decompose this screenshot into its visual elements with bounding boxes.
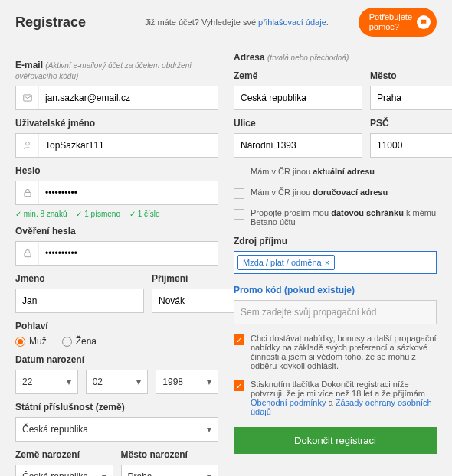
birth-city-select[interactable]: Praha▾ — [121, 465, 219, 476]
city-input[interactable] — [371, 86, 452, 109]
password-input[interactable] — [39, 181, 218, 204]
dob-year-select[interactable]: 1998▾ — [156, 370, 218, 394]
already-account-msg: Již máte účet? Vyhledejte své přihlašova… — [115, 18, 359, 27]
country-label: Země — [234, 70, 362, 81]
confirm-password-input[interactable] — [39, 242, 218, 265]
country-input[interactable] — [234, 86, 362, 109]
birth-city-label: Město narození — [121, 449, 219, 460]
dob-month-select[interactable]: 02▾ — [86, 370, 149, 394]
terms-link[interactable]: Obchodní podmínky — [251, 398, 326, 407]
zip-label: PSČ — [370, 118, 452, 129]
svg-point-1 — [25, 142, 29, 146]
terms-consent-checkbox[interactable]: ✓ Stisknutím tlačítka Dokončit registrac… — [234, 380, 437, 416]
lock-icon — [16, 242, 39, 265]
nationality-select[interactable]: Česká republika▾ — [15, 417, 218, 442]
marketing-consent-checkbox[interactable]: ✓ Chci dostávat nabídky, bonusy a další … — [234, 334, 437, 370]
caret-icon: ▾ — [136, 377, 141, 387]
submit-button[interactable]: Dokončit registraci — [234, 427, 437, 454]
gender-male-radio[interactable]: Muž — [15, 336, 47, 347]
firstname-label: Jméno — [15, 273, 144, 284]
gender-female-radio[interactable]: Žena — [62, 336, 97, 347]
promo-label: Promo kód (pokud existuje) — [234, 285, 437, 295]
checkbox-checked-icon: ✓ — [234, 334, 244, 345]
caret-icon: ▾ — [207, 377, 211, 387]
zip-input[interactable] — [371, 134, 452, 157]
email-label: E-mail (Aktivní e-mailový účet za účelem… — [15, 60, 218, 81]
gender-label: Pohlaví — [15, 321, 218, 331]
confirm-password-field[interactable] — [15, 241, 218, 266]
street-input[interactable] — [234, 134, 362, 157]
birth-country-select[interactable]: Česká republika▾ — [15, 465, 113, 476]
country-field[interactable] — [234, 86, 362, 110]
svg-rect-0 — [23, 95, 31, 101]
login-link[interactable]: přihlašovací údaje — [258, 18, 326, 27]
firstname-input[interactable] — [16, 289, 143, 312]
address-label: Adresa (trvalá nebo přechodná) — [234, 52, 437, 63]
caret-icon: ▾ — [102, 471, 106, 476]
income-chip[interactable]: Mzda / plat / odměna× — [237, 255, 335, 270]
checkbox-icon — [234, 168, 244, 178]
user-icon — [16, 134, 39, 157]
password-label: Heslo — [15, 165, 218, 176]
city-field[interactable] — [370, 86, 452, 110]
svg-rect-2 — [24, 193, 30, 197]
radio-icon — [15, 337, 25, 347]
income-select[interactable]: Mzda / plat / odměna× — [234, 251, 437, 274]
email-input[interactable] — [39, 86, 218, 109]
caret-icon: ▾ — [207, 424, 211, 435]
confirm-password-label: Ověření hesla — [15, 226, 218, 236]
databox-checkbox[interactable]: Propojte prosím mou datovou schránku k m… — [234, 208, 437, 227]
street-field[interactable] — [234, 133, 362, 158]
username-input[interactable] — [39, 134, 218, 157]
income-label: Zdroj příjmu — [234, 236, 437, 246]
email-field[interactable] — [15, 86, 218, 110]
mail-icon — [16, 86, 39, 109]
password-requirements: min. 8 znaků 1 písmeno 1 číslo — [15, 210, 218, 218]
delivery-address-checkbox[interactable]: Mám v ČR jinou doručovací adresu — [234, 187, 437, 199]
street-label: Ulice — [234, 118, 362, 129]
dob-day-select[interactable]: 22▾ — [15, 370, 78, 394]
zip-field[interactable] — [370, 133, 452, 158]
birth-country-label: Země narození — [15, 449, 113, 460]
checkbox-icon — [234, 209, 244, 220]
nationality-label: Státní příslušnost (země) — [15, 402, 218, 412]
help-button[interactable]: Potřebujete pomoc? — [359, 8, 437, 37]
lock-icon — [16, 181, 39, 204]
promo-field[interactable]: Sem zadejte svůj propagační kód — [234, 300, 437, 324]
username-field[interactable] — [15, 133, 218, 158]
caret-icon: ▾ — [67, 377, 71, 387]
dob-label: Datum narození — [15, 354, 218, 365]
radio-icon — [62, 337, 72, 347]
caret-icon: ▾ — [207, 471, 211, 476]
firstname-field[interactable] — [15, 289, 144, 313]
actual-address-checkbox[interactable]: Mám v ČR jinou aktuální adresu — [234, 167, 437, 178]
password-field[interactable] — [15, 181, 218, 205]
remove-icon[interactable]: × — [325, 258, 329, 267]
checkbox-icon — [234, 188, 244, 199]
chat-icon — [417, 15, 431, 29]
svg-rect-3 — [24, 253, 30, 257]
checkbox-checked-icon: ✓ — [234, 380, 244, 391]
city-label: Město — [370, 70, 452, 81]
page-title: Registrace — [15, 15, 115, 31]
username-label: Uživatelské jméno — [15, 118, 218, 129]
